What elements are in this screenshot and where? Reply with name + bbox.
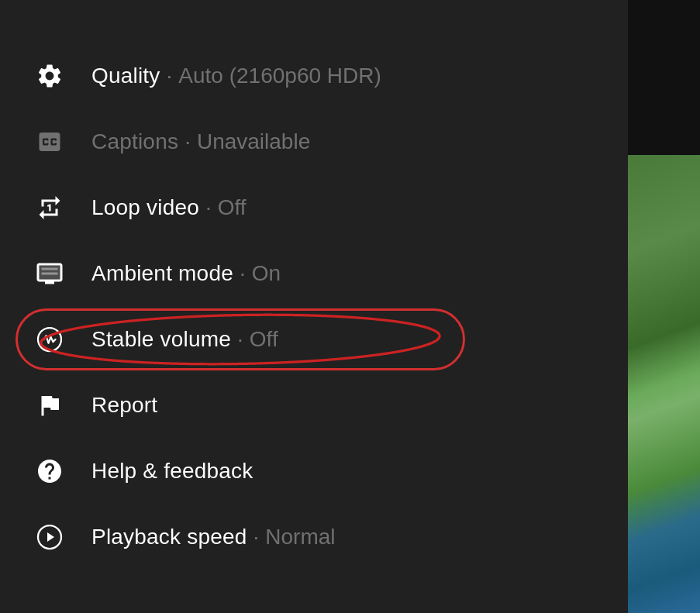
captions-label: Captions	[91, 129, 178, 154]
loop-label: Loop video	[91, 195, 199, 220]
quality-text: Quality · Auto (2160p60 HDR)	[91, 64, 381, 88]
captions-value: Unavailable	[197, 129, 310, 154]
ambient-value: On	[252, 261, 281, 286]
playback-icon	[31, 518, 68, 556]
loop-separator: ·	[205, 195, 212, 220]
stable-volume-text: Stable volume · Off	[91, 327, 278, 352]
playback-speed-label: Playback speed	[91, 525, 247, 549]
menu-item-captions[interactable]: Captions · Unavailable	[0, 109, 628, 175]
captions-text: Captions · Unavailable	[91, 129, 310, 154]
ambient-label: Ambient mode	[91, 261, 233, 286]
loop-text: Loop video · Off	[91, 195, 247, 220]
captions-separator: ·	[184, 129, 191, 154]
report-text: Report	[91, 393, 157, 418]
playback-speed-value: Normal	[265, 525, 335, 549]
video-panel	[628, 0, 700, 613]
report-label: Report	[91, 393, 157, 418]
menu-item-playback-speed[interactable]: Playback speed · Normal	[0, 505, 628, 570]
video-bg-landscape	[628, 155, 700, 613]
menu-panel: Quality · Auto (2160p60 HDR) Captions · …	[0, 0, 628, 613]
playback-speed-text: Playback speed · Normal	[91, 525, 336, 549]
menu-item-quality[interactable]: Quality · Auto (2160p60 HDR)	[0, 43, 628, 109]
menu-item-report[interactable]: Report	[0, 373, 628, 439]
quality-value: Auto (2160p60 HDR)	[178, 64, 381, 88]
ambient-separator: ·	[240, 261, 246, 286]
help-icon	[31, 453, 68, 490]
ambient-text: Ambient mode · On	[91, 261, 281, 286]
loop-value: Off	[218, 195, 247, 220]
captions-icon	[31, 123, 68, 160]
help-label: Help & feedback	[91, 459, 253, 484]
stable-volume-value: Off	[250, 327, 278, 352]
flag-icon	[31, 387, 68, 424]
menu-item-stable-volume[interactable]: Stable volume · Off	[0, 307, 628, 373]
ambient-icon	[31, 255, 68, 292]
help-text: Help & feedback	[91, 459, 253, 484]
loop-icon	[31, 189, 68, 226]
menu-item-ambient[interactable]: Ambient mode · On	[0, 241, 628, 307]
quality-label: Quality	[91, 64, 160, 88]
menu-item-loop[interactable]: Loop video · Off	[0, 175, 628, 241]
menu-item-help[interactable]: Help & feedback	[0, 439, 628, 505]
video-bg-top	[628, 0, 700, 155]
svg-marker-8	[47, 532, 54, 542]
svg-line-5	[53, 339, 56, 342]
quality-separator: ·	[167, 64, 173, 88]
gear-icon	[31, 57, 68, 95]
playback-speed-separator: ·	[253, 525, 259, 549]
stable-volume-label: Stable volume	[91, 327, 231, 352]
stable-volume-separator: ·	[237, 327, 243, 352]
stable-volume-icon	[31, 321, 68, 358]
